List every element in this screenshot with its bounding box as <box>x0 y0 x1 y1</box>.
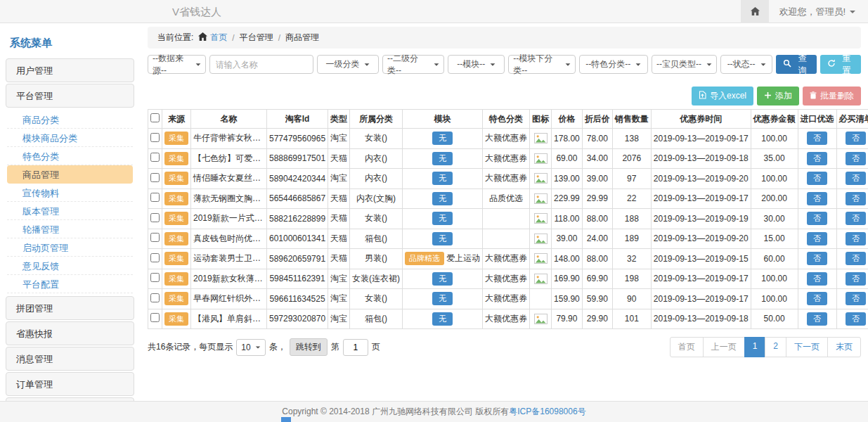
must-buy-toggle[interactable]: 否 <box>846 132 866 145</box>
page-button-末页[interactable]: 末页 <box>827 337 861 357</box>
must-buy-toggle[interactable]: 否 <box>846 232 866 245</box>
import-pref-toggle[interactable]: 否 <box>807 272 827 286</box>
coupon-time: 2019-09-13—2019-09-18 <box>651 148 751 169</box>
sidebar-sublink-特色分类[interactable]: 特色分类 <box>7 147 133 165</box>
must-buy-toggle[interactable]: 否 <box>846 212 866 225</box>
module-none-badge[interactable]: 无 <box>432 312 453 326</box>
search-button[interactable]: 查询 <box>776 55 817 74</box>
filter-select-3[interactable]: --模块-- <box>448 55 505 74</box>
module-none-badge[interactable]: 无 <box>432 232 453 245</box>
select-all-checkbox[interactable] <box>150 113 160 122</box>
row-checkbox[interactable] <box>150 253 160 262</box>
row-checkbox[interactable] <box>150 193 160 202</box>
page-button-上一页[interactable]: 上一页 <box>703 337 745 357</box>
product-category: 箱包() <box>350 309 403 329</box>
import-excel-button[interactable]: 导入excel <box>692 87 753 106</box>
sidebar-sublink-启动页管理[interactable]: 启动页管理 <box>7 238 133 257</box>
page-button-下一页[interactable]: 下一页 <box>786 337 828 357</box>
import-pref-toggle[interactable]: 否 <box>807 132 827 145</box>
sidebar-sublink-意见反馈[interactable]: 意见反馈 <box>7 257 133 275</box>
module-none-badge[interactable]: 无 <box>432 132 453 145</box>
home-button[interactable] <box>741 0 769 23</box>
product-category: 女装(连衣裙) <box>350 269 403 289</box>
sidebar-item-平台管理[interactable]: 平台管理 <box>6 84 134 108</box>
user-menu[interactable]: 欢迎您，管理员! <box>769 6 868 18</box>
must-buy-toggle[interactable]: 否 <box>846 152 866 165</box>
import-pref-toggle[interactable]: 否 <box>807 252 827 265</box>
sidebar-sublink-版本管理[interactable]: 版本管理 <box>7 202 133 220</box>
add-button[interactable]: 添加 <box>757 87 799 106</box>
batch-delete-button[interactable]: 批量删除 <box>803 87 861 106</box>
must-buy-toggle[interactable]: 否 <box>846 172 866 185</box>
filter-select-4[interactable]: --模块下分类-- <box>508 55 576 74</box>
product-name: 【港风】单肩斜跨链条... <box>191 309 267 329</box>
sidebar-sublink-模块商品分类[interactable]: 模块商品分类 <box>7 129 133 147</box>
page-button-1[interactable]: 1 <box>744 337 766 357</box>
sidebar-sublink-商品管理[interactable]: 商品管理 <box>7 165 133 184</box>
price: 148.00 <box>552 249 583 269</box>
must-buy-toggle[interactable]: 否 <box>846 292 866 305</box>
filter-select-1[interactable]: 一级分类 <box>317 55 379 74</box>
import-pref-toggle[interactable]: 否 <box>807 232 827 245</box>
row-checkbox[interactable] <box>150 313 160 322</box>
column-header-优惠券时间: 优惠券时间 <box>651 110 751 129</box>
taoke-id: 565446685867 <box>267 188 328 209</box>
module-none-badge[interactable]: 无 <box>432 152 453 165</box>
sidebar-sublink-宣传物料[interactable]: 宣传物料 <box>7 184 133 202</box>
product-name: 真皮钱包时尚优雅女士... <box>191 229 267 249</box>
import-pref-toggle[interactable]: 否 <box>807 152 827 165</box>
breadcrumb-home-link[interactable]: 首页 <box>198 32 227 44</box>
import-pref-toggle[interactable]: 否 <box>807 292 827 305</box>
reset-button[interactable]: 重置 <box>820 55 861 74</box>
module-none-badge[interactable]: 无 <box>432 192 453 205</box>
filter-select-2[interactable]: --二级分类-- <box>382 55 444 74</box>
page-button-首页[interactable]: 首页 <box>670 337 704 357</box>
sidebar-item-消息管理[interactable]: 消息管理 <box>6 347 134 371</box>
per-page-select[interactable]: 10 <box>236 339 265 356</box>
must-buy-toggle[interactable]: 否 <box>846 272 866 286</box>
row-checkbox[interactable] <box>150 133 160 142</box>
sidebar-item-拼团管理[interactable]: 拼团管理 <box>6 296 134 320</box>
filter-select-6[interactable]: --宝贝类型-- <box>652 55 718 74</box>
row-checkbox[interactable] <box>150 213 160 222</box>
row-checkbox[interactable] <box>150 233 160 242</box>
import-pref-toggle[interactable]: 否 <box>807 212 827 225</box>
row-checkbox[interactable] <box>150 293 160 302</box>
sidebar-sublink-轮播管理[interactable]: 轮播管理 <box>7 220 133 238</box>
search-name-input[interactable] <box>209 55 313 74</box>
must-buy-toggle[interactable]: 否 <box>846 252 866 265</box>
filter-select-5[interactable]: --特色分类-- <box>579 55 648 74</box>
must-buy-toggle[interactable]: 否 <box>846 192 866 205</box>
source-badge: 采集 <box>164 232 188 245</box>
jump-page-input[interactable] <box>343 339 368 356</box>
app-title: V省钱达人 <box>172 0 221 23</box>
sidebar-item-用户管理[interactable]: 用户管理 <box>6 58 134 82</box>
sidebar-sublink-商品分类[interactable]: 商品分类 <box>7 110 133 129</box>
module-none-badge[interactable]: 无 <box>432 172 453 185</box>
module-none-badge[interactable]: 无 <box>432 272 453 286</box>
jump-button[interactable]: 跳转到 <box>290 338 328 356</box>
discount-price: 88.00 <box>582 249 612 269</box>
row-checkbox[interactable] <box>150 153 160 162</box>
sidebar-sublink-平台配置[interactable]: 平台配置 <box>7 275 133 293</box>
discount-price: 34.00 <box>582 148 612 169</box>
chevron-down-icon <box>760 63 765 65</box>
import-pref-toggle[interactable]: 否 <box>807 312 827 326</box>
module-none-badge[interactable]: 无 <box>432 292 453 305</box>
row-checkbox[interactable] <box>150 273 160 282</box>
page-button-2[interactable]: 2 <box>765 337 786 357</box>
module-none-badge[interactable]: 无 <box>432 212 453 225</box>
import-pref-toggle[interactable]: 否 <box>807 192 827 205</box>
bottom-widget-sliver[interactable] <box>281 417 291 422</box>
row-checkbox[interactable] <box>150 173 160 182</box>
product-thumbnail-icon <box>534 213 548 224</box>
must-buy-toggle[interactable]: 否 <box>846 312 866 326</box>
filter-select-0[interactable]: --数据来源-- <box>148 55 206 74</box>
topbar: V省钱达人 欢迎您，管理员! <box>0 0 868 23</box>
sidebar-item-订单管理[interactable]: 订单管理 <box>6 372 134 396</box>
feature-category: 大额优惠券 <box>483 289 530 309</box>
import-pref-toggle[interactable]: 否 <box>807 172 827 185</box>
sidebar-item-省惠快报[interactable]: 省惠快报 <box>6 321 134 345</box>
filter-select-7[interactable]: --状态-- <box>720 55 772 74</box>
icp-link[interactable]: 粤ICP备16098006号 <box>509 406 585 418</box>
